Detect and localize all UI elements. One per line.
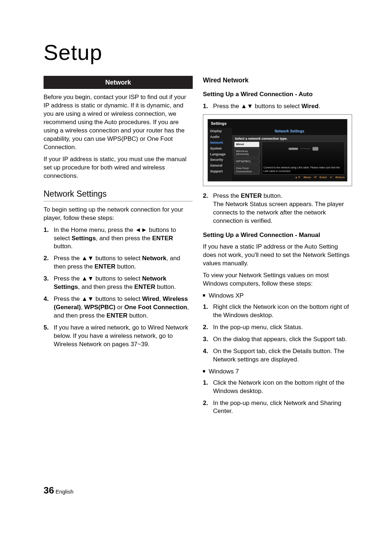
scr-side-general: General [208, 163, 232, 169]
wired-auto-steps-2: Press the ENTER button.The Network Statu… [203, 192, 352, 225]
scr-side-audio: Audio [208, 134, 232, 140]
step-item: Right click the Network icon on the bott… [203, 303, 352, 320]
step-item: Press the ENTER button.The Network Statu… [203, 192, 352, 225]
scr-opt-wireless: Wireless (General) [234, 148, 260, 157]
step-item: If you have a wired network, go to Wired… [44, 324, 193, 349]
page-footer: 36 English [44, 485, 73, 496]
bullet-windows-xp: Windows XP [203, 292, 352, 300]
step-item: Press the ▲▼ buttons to select Wired, Wi… [44, 295, 193, 320]
router-icon [264, 143, 343, 154]
xp-steps: Right click the Network icon on the bott… [203, 303, 352, 364]
scr-side-language: Language [208, 152, 232, 157]
step-item: Click the Network icon on the bottom rig… [203, 379, 352, 396]
scr-subtitle: Select a network connection type. [232, 135, 347, 142]
intro-paragraph-1: Before you begin, contact your ISP to fi… [44, 93, 193, 152]
page-title: Setup [44, 40, 352, 65]
scr-help-text: Connect to the network using LAN cable. … [264, 166, 343, 173]
scr-opt-wps: WPS(PBC) [234, 159, 260, 164]
intro-paragraph-2: If your IP address is static, you must u… [44, 155, 193, 180]
page-language: English [56, 488, 73, 495]
network-settings-intro: To begin setting up the network connecti… [44, 206, 193, 222]
heading-wired-manual: Setting Up a Wired Connection - Manual [203, 231, 352, 240]
scr-main-title: Network Settings [232, 128, 347, 135]
scr-side-display: Display [208, 128, 232, 134]
network-settings-steps: In the Home menu, press the ◄► buttons t… [44, 226, 193, 349]
heading-wired-network: Wired Network [203, 76, 352, 85]
step-item: On the Support tab, click the Details bu… [203, 347, 352, 364]
scr-opt-onefoot: One Foot Connection [234, 165, 260, 175]
scr-opt-wired: Wired [234, 142, 260, 147]
step-item: In the pop-up menu, click Status. [203, 323, 352, 332]
step-item: In the Home menu, press the ◄► buttons t… [44, 226, 193, 251]
hint-move: ▲▼ Move [295, 176, 311, 179]
manual-paragraph-1: If you have a static IP address or the A… [203, 243, 352, 268]
scr-sidebar: Display Audio Network System Language Se… [208, 128, 232, 181]
step-item: Press the ▲▼ buttons to select Network S… [44, 275, 193, 291]
page-number: 36 [44, 485, 54, 496]
w7-steps: Click the Network icon on the bottom rig… [203, 379, 352, 416]
scr-side-network: Network [208, 140, 232, 146]
left-column: Network Before you begin, contact your I… [44, 76, 193, 419]
manual-paragraph-2: To view your Network Settings values on … [203, 271, 352, 288]
scr-hint-bar: ▲▼ Move ⏎ Enter ↩ Return [232, 175, 347, 180]
scr-side-support: Support [208, 169, 232, 175]
heading-wired-auto: Setting Up a Wired Connection - Auto [203, 90, 352, 99]
bullet-windows-7: Windows 7 [203, 368, 352, 376]
settings-screenshot: Settings Display Audio Network System La… [203, 114, 352, 186]
scr-preview-pane: Connect to the network using LAN cable. … [262, 142, 345, 175]
section-bar-network: Network [44, 76, 193, 89]
wired-auto-steps-1: Press the ▲▼ buttons to select Wired. [203, 102, 352, 111]
hint-return: ↩ Return [330, 176, 345, 179]
step-item: Press the ▲▼ buttons to select Network, … [44, 254, 193, 271]
step-item: On the dialog that appears, click the Su… [203, 335, 352, 344]
heading-network-settings: Network Settings [44, 188, 193, 201]
step-item: In the pop-up menu, click Network and Sh… [203, 399, 352, 416]
right-column: Wired Network Setting Up a Wired Connect… [203, 76, 352, 419]
hint-enter: ⏎ Enter [314, 176, 327, 179]
step-item: Press the ▲▼ buttons to select Wired. [203, 102, 352, 111]
scr-side-system: System [208, 146, 232, 152]
scr-side-security: Security [208, 157, 232, 163]
scr-window-title: Settings [208, 119, 347, 128]
